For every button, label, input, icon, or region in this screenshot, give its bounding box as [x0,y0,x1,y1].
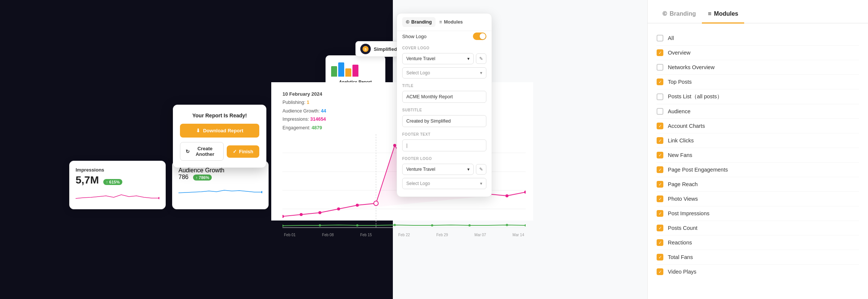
finish-button[interactable]: ✓ Finish [227,145,259,158]
module-item-account-charts[interactable]: ✓ Account Charts [657,119,859,133]
x-label-4: Feb 22 [398,233,410,237]
right-panel: © Branding ≡ Modules All ✓ Overview Netw… [647,0,868,299]
right-panel-header: © Branding ≡ Modules [648,0,868,24]
checkbox-link-clicks[interactable]: ✓ [657,137,663,144]
download-report-button[interactable]: ⬇ Download Report [180,124,259,138]
check-icon: ✓ [233,149,237,154]
title-input[interactable] [402,91,486,103]
module-item-link-clicks[interactable]: ✓ Link Clicks [657,133,859,148]
svg-point-9 [282,215,284,218]
module-item-total-fans[interactable]: ✓ Total Fans [657,250,859,265]
checkbox-all[interactable] [657,35,663,41]
module-label-link-clicks: Link Clicks [668,138,694,144]
module-item-posts-list[interactable]: Posts List（all posts） [657,89,859,104]
checkbox-networks-overview[interactable] [657,64,663,71]
module-label-networks-overview: Networks Overview [668,64,715,70]
svg-point-32 [374,201,378,206]
modules-list: All ✓ Overview Networks Overview ✓ Top P… [648,24,868,286]
checkbox-video-plays[interactable]: ✓ [657,268,663,275]
branding-panel: © Branding ≡ Modules Show Logo COVER LOG… [397,13,492,197]
copyright-icon-small: © [406,19,409,25]
module-label-post-impressions: Post Impressions [668,210,709,216]
module-label-posts-count: Posts Count [668,225,697,231]
audience-value: 786 [178,174,189,181]
checkbox-audience[interactable] [657,108,663,115]
checkbox-total-fans[interactable]: ✓ [657,254,663,261]
checkbox-reactions[interactable]: ✓ [657,239,663,246]
svg-point-25 [356,224,358,226]
module-item-all[interactable]: All [657,31,859,46]
bar-pink [352,65,358,77]
svg-point-15 [393,144,396,147]
download-icon: ⬇ [196,128,200,133]
checkbox-posts-list[interactable] [657,93,663,100]
footer-select-logo-button[interactable]: Select Logo ▾ [402,178,486,189]
module-item-video-plays[interactable]: ✓ Video Plays [657,265,859,279]
checkbox-top-posts[interactable]: ✓ [657,78,663,85]
audience-card: Audience Growth 786 ↑ 786% [172,161,269,209]
module-label-overview: Overview [668,50,690,56]
module-item-page-post-engagements[interactable]: ✓ Page Post Engagements [657,163,859,177]
checkbox-overview[interactable]: ✓ [657,49,663,56]
checkbox-page-reach[interactable]: ✓ [657,181,663,188]
show-logo-toggle[interactable] [473,33,486,40]
footer-logo-dropdown[interactable]: Venture Travel ▾ [402,164,474,175]
download-label: Download Report [203,128,244,133]
modules-list-icon: ≡ [708,10,711,17]
svg-text:S: S [364,47,367,51]
svg-point-0 [158,197,159,199]
module-item-post-impressions[interactable]: ✓ Post Impressions [657,206,859,221]
module-label-video-plays: Video Plays [668,269,696,275]
cover-select-logo-button[interactable]: Select Logo ▾ [402,67,486,78]
report-ready-card: Your Report Is Ready! ⬇ Download Report … [173,105,266,168]
module-item-page-reach[interactable]: ✓ Page Reach [657,177,859,192]
module-item-overview[interactable]: ✓ Overview [657,46,859,60]
finish-label: Finish [239,149,253,154]
impressions-chart [76,189,159,200]
panel-tab-branding[interactable]: © Branding [402,17,435,27]
svg-point-28 [468,224,471,226]
module-item-networks-overview[interactable]: Networks Overview [657,60,859,75]
module-label-account-charts: Account Charts [668,123,705,129]
checkbox-account-charts[interactable]: ✓ [657,123,663,129]
footer-logo-edit-button[interactable]: ✎ [476,164,486,175]
module-label-all: All [668,35,674,41]
footer-text-input[interactable] [402,139,486,151]
create-another-button[interactable]: ↻ Create Another [180,142,224,161]
module-label-page-post-engagements: Page Post Engagements [668,167,728,173]
report-card-actions: ↻ Create Another ✓ Finish [180,142,259,161]
module-item-posts-count[interactable]: ✓ Posts Count [657,221,859,235]
cover-logo-edit-button[interactable]: ✎ [476,53,486,64]
cover-logo-label: COVER LOGO [397,42,492,52]
cover-logo-row: Venture Travel ▾ ✎ [397,52,492,66]
module-item-top-posts[interactable]: ✓ Top Posts [657,75,859,89]
subtitle-input[interactable] [402,115,486,127]
right-tab-modules[interactable]: ≡ Modules [702,7,744,24]
panel-tab-modules[interactable]: ≡ Modules [435,17,467,27]
svg-point-22 [524,191,526,194]
checkbox-page-post-engagements[interactable]: ✓ [657,166,663,173]
checkbox-new-fans[interactable]: ✓ [657,152,663,158]
module-label-reactions: Reactions [668,240,692,246]
analytics-bars [331,62,380,77]
create-another-label: Create Another [192,146,218,157]
checkbox-posts-count[interactable]: ✓ [657,225,663,231]
x-label-3: Feb 15 [360,233,372,237]
checkbox-post-impressions[interactable]: ✓ [657,210,663,217]
checkbox-photo-views[interactable]: ✓ [657,195,663,202]
chevron-down-icon: ▾ [480,181,482,186]
x-label-5: Feb 29 [436,233,448,237]
module-item-reactions[interactable]: ✓ Reactions [657,235,859,250]
module-label-page-reach: Page Reach [668,181,698,187]
cover-logo-dropdown[interactable]: Venture Travel ▾ [402,53,474,64]
svg-point-26 [394,224,396,226]
right-tab-branding[interactable]: © Branding [657,7,702,24]
svg-point-27 [431,224,433,226]
edit-icon: ✎ [479,167,483,172]
module-item-new-fans[interactable]: ✓ New Fans [657,148,859,163]
module-item-audience[interactable]: Audience [657,104,859,119]
chevron-down-icon: ▾ [467,167,470,172]
module-item-photo-views[interactable]: ✓ Photo Views [657,192,859,206]
svg-point-1 [261,191,262,193]
x-label-1: Feb 01 [284,233,296,237]
